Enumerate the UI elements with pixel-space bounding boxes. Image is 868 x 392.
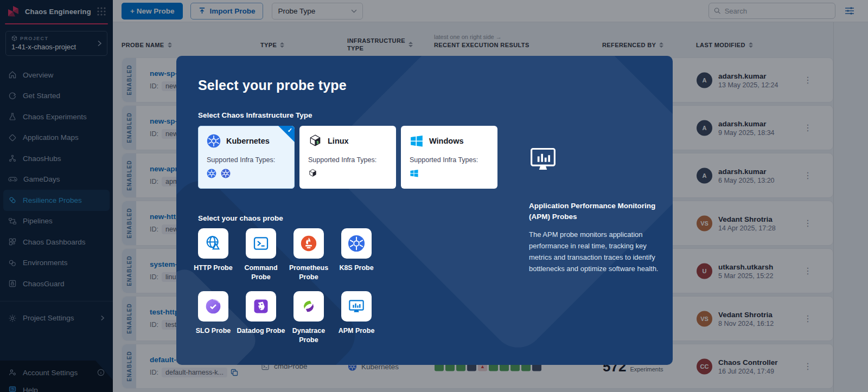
prometheus-icon bbox=[299, 234, 318, 253]
kubernetes-icon bbox=[207, 169, 216, 178]
linux-icon bbox=[308, 169, 317, 178]
windows-icon bbox=[410, 169, 419, 178]
probe-option-k8s[interactable]: K8S Probe bbox=[341, 228, 372, 282]
apm-monitor-icon bbox=[348, 298, 365, 315]
probe-option-http[interactable]: HTTP Probe bbox=[198, 228, 228, 282]
dynatrace-icon bbox=[300, 298, 317, 315]
kubernetes-icon bbox=[221, 169, 231, 178]
probe-info-panel: Application Performance Monitoring (APM)… bbox=[529, 145, 669, 274]
probe-info-body: The APM probe monitors application perfo… bbox=[529, 229, 669, 274]
svg-text:$: $ bbox=[317, 140, 319, 145]
infra-section-label: Select Chaos Infrastructure Type bbox=[198, 111, 651, 119]
slo-icon bbox=[205, 298, 222, 315]
probe-option-command[interactable]: Command Probe bbox=[246, 228, 276, 282]
check-icon: ✓ bbox=[288, 127, 292, 134]
probe-info-title: Application Performance Monitoring (APM)… bbox=[529, 201, 669, 222]
windows-icon bbox=[410, 134, 424, 148]
select-probe-type-modal: Select your probe type Select Chaos Infr… bbox=[176, 56, 673, 365]
probe-option-slo[interactable]: SLO Probe bbox=[198, 291, 228, 345]
probe-option-apm[interactable]: APM Probe bbox=[341, 291, 372, 345]
linux-icon: $ bbox=[308, 134, 322, 148]
infra-card-linux[interactable]: $ Linux Supported Infra Types: bbox=[299, 126, 396, 189]
probe-option-prometheus[interactable]: Prometheus Probe bbox=[293, 228, 324, 282]
kubernetes-icon bbox=[207, 134, 221, 148]
apm-monitor-icon bbox=[529, 145, 557, 173]
infra-card-kubernetes[interactable]: ✓ Kubernetes Supported Infra Types: bbox=[198, 126, 295, 189]
command-terminal-icon bbox=[252, 235, 270, 252]
modal-title: Select your probe type bbox=[198, 78, 651, 93]
probe-option-datadog[interactable]: Datadog Probe bbox=[246, 291, 276, 345]
kubernetes-icon bbox=[348, 235, 365, 252]
probe-option-dynatrace[interactable]: Dynatrace Probe bbox=[293, 291, 324, 345]
infra-card-windows[interactable]: Windows Supported Infra Types: bbox=[401, 126, 497, 189]
datadog-icon bbox=[253, 298, 269, 314]
http-globe-icon bbox=[205, 235, 222, 252]
